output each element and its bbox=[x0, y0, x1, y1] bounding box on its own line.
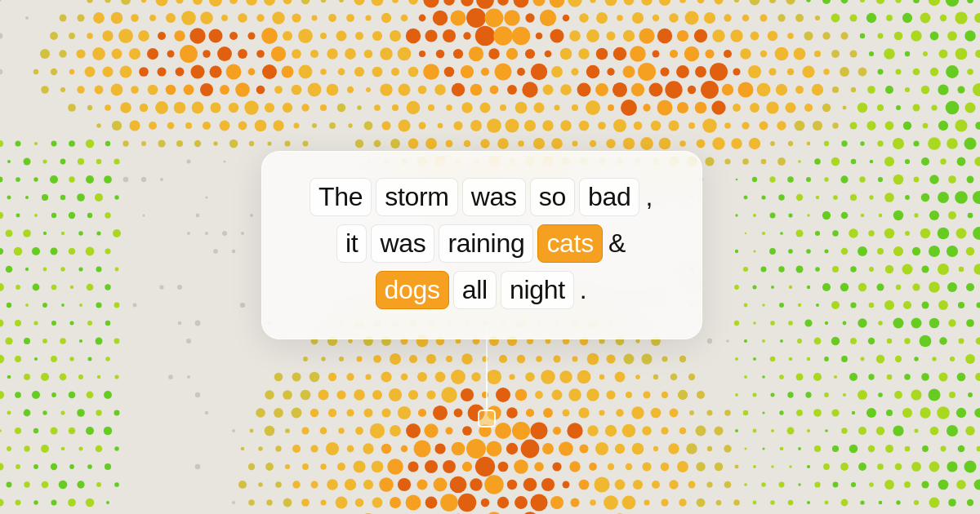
token-the: The bbox=[310, 178, 372, 216]
token-dogs: dogs bbox=[376, 271, 449, 309]
text-line-3: dogs all night . bbox=[292, 271, 672, 309]
connector-anchor bbox=[478, 410, 496, 428]
token-it: it bbox=[336, 224, 367, 263]
text-line-2: it was raining cats & bbox=[292, 224, 672, 263]
token-raining: raining bbox=[439, 224, 533, 263]
token-was-1: was bbox=[462, 178, 526, 216]
popup-card: The storm was so bad , it was raining ca… bbox=[261, 151, 702, 339]
token-period: . bbox=[578, 272, 589, 308]
token-so: so bbox=[530, 178, 575, 216]
token-storm: storm bbox=[376, 178, 458, 216]
token-all: all bbox=[453, 271, 497, 309]
token-ampersand: & bbox=[607, 225, 627, 262]
text-line-1: The storm was so bad , bbox=[292, 178, 672, 216]
token-night: night bbox=[501, 271, 574, 309]
token-bad: bad bbox=[579, 178, 640, 216]
token-cats: cats bbox=[537, 224, 603, 263]
token-was-2: was bbox=[371, 224, 434, 263]
token-comma: , bbox=[644, 179, 654, 215]
